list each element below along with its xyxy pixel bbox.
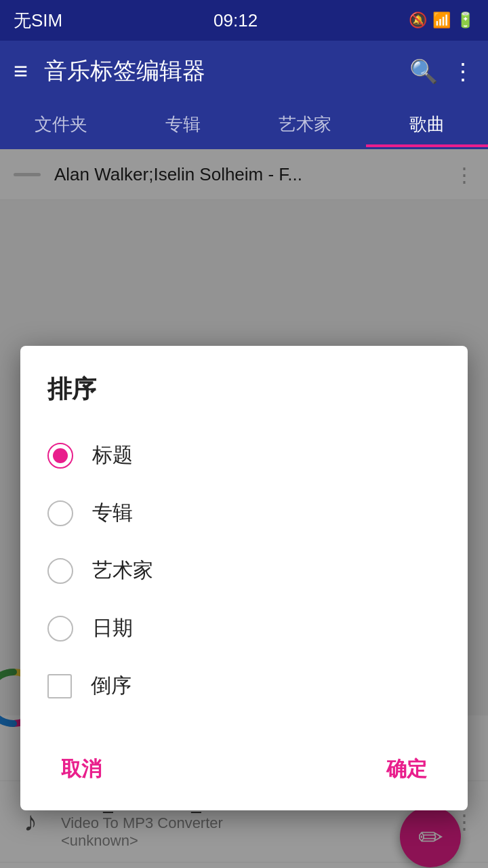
app-bar: ≡ 音乐标签编辑器 🔍 ⋮ xyxy=(0,41,488,102)
radio-title-fill xyxy=(53,448,68,463)
option-artist-label: 艺术家 xyxy=(92,557,153,585)
option-album-label: 专辑 xyxy=(92,499,133,527)
menu-icon[interactable]: ≡ xyxy=(14,57,28,85)
option-title-label: 标题 xyxy=(92,441,133,469)
app-title: 音乐标签编辑器 xyxy=(44,56,393,87)
dialog-title: 排序 xyxy=(20,373,468,427)
app-bar-actions: 🔍 ⋮ xyxy=(409,58,474,85)
dialog-actions: 取消 确定 xyxy=(20,728,468,810)
bg-content: Alan Walker;Iselin Solheim - F... ⋮ 排序 标… xyxy=(0,149,488,868)
tabs-bar: 文件夹 专辑 艺术家 歌曲 xyxy=(0,102,488,149)
radio-title xyxy=(47,443,73,469)
radio-album xyxy=(47,500,73,526)
battery-icon: 🔋 xyxy=(456,12,474,29)
alarm-icon: 🔕 xyxy=(409,12,427,29)
more-icon[interactable]: ⋮ xyxy=(451,58,474,85)
option-reverse-label: 倒序 xyxy=(91,672,131,700)
radio-artist xyxy=(47,558,73,584)
option-album[interactable]: 专辑 xyxy=(20,484,468,542)
option-reverse[interactable]: 倒序 xyxy=(20,657,468,715)
status-icons: 🔕 📶 🔋 xyxy=(409,12,474,29)
sort-dialog: 排序 标题 专辑 艺术家 日期 倒序 取消 xyxy=(20,346,468,810)
radio-date xyxy=(47,616,73,642)
option-artist[interactable]: 艺术家 xyxy=(20,542,468,599)
checkbox-reverse xyxy=(47,674,72,698)
option-date[interactable]: 日期 xyxy=(20,599,468,657)
option-date-label: 日期 xyxy=(92,614,133,642)
carrier-label: 无SIM xyxy=(14,9,62,33)
tab-song[interactable]: 歌曲 xyxy=(366,102,488,147)
tab-folder[interactable]: 文件夹 xyxy=(0,102,122,147)
cancel-button[interactable]: 取消 xyxy=(47,749,115,790)
status-bar: 无SIM 09:12 🔕 📶 🔋 xyxy=(0,0,488,41)
option-title[interactable]: 标题 xyxy=(20,427,468,484)
search-icon[interactable]: 🔍 xyxy=(409,58,438,85)
confirm-button[interactable]: 确定 xyxy=(373,749,441,790)
wifi-icon: 📶 xyxy=(432,12,451,29)
tab-artist[interactable]: 艺术家 xyxy=(244,102,366,147)
time-label: 09:12 xyxy=(214,10,258,31)
tab-album[interactable]: 专辑 xyxy=(122,102,244,147)
